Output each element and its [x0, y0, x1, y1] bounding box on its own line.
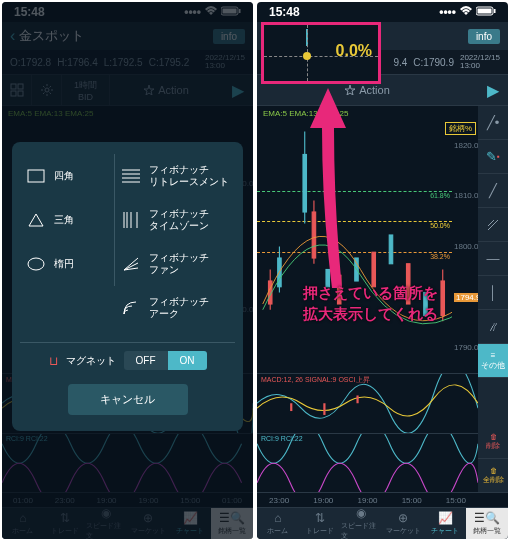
- status-icons: ••••: [439, 5, 496, 19]
- ellipse-icon: [26, 254, 46, 274]
- tool-fib-timezone[interactable]: フィボナッチ タイムゾーン: [115, 198, 235, 242]
- tool-channel-icon[interactable]: [478, 208, 508, 242]
- home-icon: ⌂: [274, 511, 281, 525]
- tool-fib-fan[interactable]: フィボナッチ ファン: [115, 242, 235, 286]
- cancel-button[interactable]: キャンセル: [68, 384, 188, 415]
- speed-icon: ◉: [356, 506, 366, 520]
- oscillator-panel: MACD:12, 26 SIGNAL:9 OSCI上昇 RCI:9 RCI:22: [257, 373, 478, 493]
- trade-icon: ⇅: [315, 511, 325, 525]
- fib-arc-icon: [121, 298, 141, 318]
- svg-rect-43: [323, 403, 325, 415]
- svg-rect-23: [478, 9, 492, 14]
- magnet-toggle[interactable]: OFF ON: [124, 351, 207, 370]
- chart-icon: 📈: [438, 511, 453, 525]
- status-bar: 15:48 ••••: [257, 2, 508, 22]
- rectangle-icon: [26, 166, 46, 186]
- tool-parallel-icon[interactable]: ⫽: [478, 310, 508, 344]
- tool-ellipse[interactable]: 楕円: [20, 242, 115, 286]
- trash-all-icon: 🗑: [490, 467, 497, 474]
- drawing-sidebar: ╱• ✎▪ ╱ — │ ⫽ ≡その他 🗑削除 🗑全削除: [478, 106, 508, 493]
- delete-button[interactable]: 🗑削除: [478, 425, 508, 459]
- ema-label: EMA:5 EMA:13 EMA:25: [257, 106, 508, 120]
- tool-other-button[interactable]: ≡その他: [478, 344, 508, 378]
- magnifier-overlay: 0.0%: [261, 22, 381, 84]
- svg-rect-22: [494, 9, 496, 13]
- fib-fan-icon: [121, 254, 141, 274]
- x-axis: 23:00 19:00 19:00 15:00 15:00: [257, 493, 478, 507]
- tool-trend-line-icon[interactable]: ╱•: [478, 106, 508, 140]
- battery-icon: [476, 5, 496, 19]
- tab-chart[interactable]: 📈チャート: [424, 508, 466, 539]
- status-time: 15:48: [269, 5, 300, 19]
- magnifier-percent: 0.0%: [336, 42, 372, 60]
- magnet-row: ⊔ マグネット OFF ON: [20, 342, 235, 370]
- market-icon: ⊕: [398, 511, 408, 525]
- magnet-icon: ⊔: [49, 354, 58, 368]
- tab-trade[interactable]: ⇅トレード: [299, 508, 341, 539]
- drawing-tools-modal: 四角 フィボナッチ リトレースメント 三角 フィボナッチ タイムゾーン 楕円 フ…: [12, 142, 243, 431]
- wifi-icon: [459, 5, 473, 19]
- tab-bar: ⌂ホーム ⇅トレード ◉スピード注文 ⊕マーケット 📈チャート ☰🔍銘柄一覧: [257, 507, 508, 539]
- triangle-icon: [26, 210, 46, 230]
- tab-list[interactable]: ☰🔍銘柄一覧: [466, 508, 508, 539]
- fib-timezone-icon: [121, 210, 141, 230]
- rci-label: RCI:9 RCI:22: [261, 435, 303, 442]
- action-button[interactable]: Action: [257, 84, 478, 96]
- svg-point-17: [28, 258, 44, 270]
- annotation-arrow: [302, 88, 362, 292]
- tool-pen-icon[interactable]: ✎▪: [478, 140, 508, 174]
- y-axis: 1820.0 1810.0 1800.0 1794.9 1790.0: [452, 120, 478, 373]
- signal-icon: ••••: [439, 5, 456, 19]
- magnifier-dot: [303, 52, 311, 60]
- tool-fib-retracement[interactable]: フィボナッチ リトレースメント: [115, 154, 235, 198]
- svg-rect-36: [389, 235, 392, 264]
- ohlc-date: 2022/12/15 13:00: [460, 54, 500, 70]
- tool-rectangle[interactable]: 四角: [20, 154, 115, 198]
- trash-icon: 🗑: [490, 433, 497, 440]
- annotation-text: 押さえている箇所を 拡大表示してくれる: [273, 282, 468, 324]
- tool-triangle[interactable]: 三角: [20, 198, 115, 242]
- svg-rect-8: [28, 170, 44, 182]
- tab-speed[interactable]: ◉スピード注文: [341, 508, 383, 539]
- fib-retracement-icon: [121, 166, 141, 186]
- magnet-label: マグネット: [66, 354, 116, 368]
- ohlc-c: C:1790.9: [413, 57, 454, 68]
- svg-rect-44: [356, 395, 358, 403]
- ohlc-partial: 9.4: [393, 57, 407, 68]
- tool-hline-icon[interactable]: —: [478, 242, 508, 276]
- tab-home[interactable]: ⌂ホーム: [257, 508, 299, 539]
- macd-label: MACD:12, 26 SIGNAL:9 OSCI上昇: [261, 375, 370, 385]
- info-button[interactable]: info: [468, 29, 500, 44]
- tool-fib-arc[interactable]: フィボナッチ アーク: [115, 286, 235, 330]
- toggle-off[interactable]: OFF: [124, 351, 168, 370]
- tool-vline-icon[interactable]: │: [478, 276, 508, 310]
- list-icon: ☰🔍: [474, 511, 500, 525]
- tab-market[interactable]: ⊕マーケット: [382, 508, 424, 539]
- play-icon[interactable]: ▶: [478, 81, 508, 100]
- toggle-on[interactable]: ON: [168, 351, 207, 370]
- tool-line-icon[interactable]: ╱: [478, 174, 508, 208]
- delete-all-button[interactable]: 🗑全削除: [478, 459, 508, 493]
- phone-right: 15:48 •••• info 9.4 C:1790.9 2022/12/15 …: [257, 2, 508, 539]
- svg-rect-42: [290, 403, 292, 411]
- phone-left: 15:48 •••• ‹ 金スポット info O:1792.8 H:1796.…: [2, 2, 253, 539]
